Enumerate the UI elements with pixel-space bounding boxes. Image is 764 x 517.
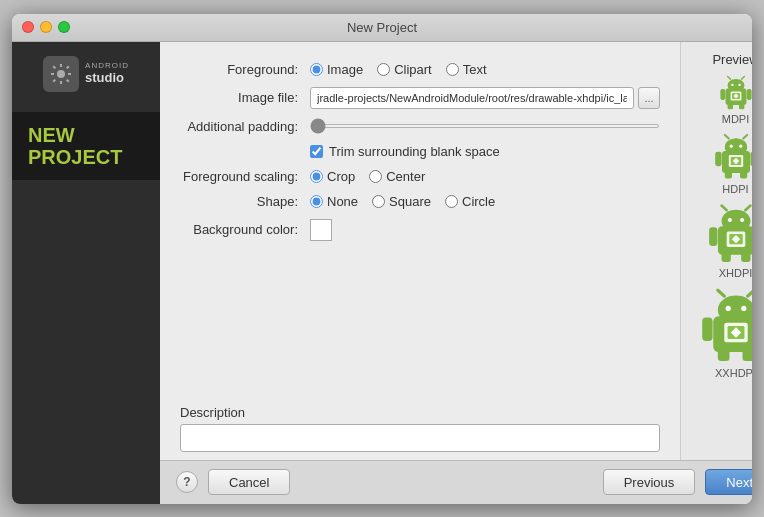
minimize-button[interactable] xyxy=(40,21,52,33)
scaling-crop-option[interactable]: Crop xyxy=(310,169,355,184)
svg-point-6 xyxy=(738,83,740,85)
mdpi-icon xyxy=(718,75,753,111)
scaling-crop-radio[interactable] xyxy=(310,170,323,183)
shape-none-radio[interactable] xyxy=(310,195,323,208)
trim-row: Trim surrounding blank space xyxy=(180,144,660,159)
shape-none-label: None xyxy=(327,194,358,209)
scaling-crop-label: Crop xyxy=(327,169,355,184)
next-button[interactable]: Next xyxy=(705,469,752,495)
description-section: Description xyxy=(160,405,680,460)
svg-point-19 xyxy=(739,144,742,147)
svg-line-17 xyxy=(743,135,747,139)
trim-label: Trim surrounding blank space xyxy=(329,144,500,159)
traffic-lights xyxy=(22,21,70,33)
browse-button[interactable]: ... xyxy=(638,87,660,109)
main-and-preview: Foreground: Image Clipart xyxy=(160,42,752,504)
bottom-left: ? Cancel xyxy=(176,469,290,495)
help-button[interactable]: ? xyxy=(176,471,198,493)
hdpi-label: HDPI xyxy=(722,183,748,195)
main-window: New Project ANDROID studio NEW xyxy=(12,14,752,504)
shape-none-option[interactable]: None xyxy=(310,194,358,209)
foreground-label: Foreground: xyxy=(180,62,310,77)
background-color-swatch[interactable] xyxy=(310,219,332,241)
image-file-label: Image file: xyxy=(180,90,310,105)
new-label: NEW xyxy=(28,124,144,146)
svg-rect-33 xyxy=(721,252,730,261)
trim-checkbox[interactable] xyxy=(310,145,323,158)
svg-rect-48 xyxy=(702,317,712,340)
svg-line-43 xyxy=(747,290,752,296)
svg-point-41 xyxy=(717,295,752,324)
padding-slider[interactable] xyxy=(310,124,660,128)
file-path-input[interactable] xyxy=(310,87,634,109)
background-color-label: Background color: xyxy=(180,222,310,237)
shape-square-radio[interactable] xyxy=(372,195,385,208)
foreground-image-option[interactable]: Image xyxy=(310,62,363,77)
description-label: Description xyxy=(180,405,660,420)
foreground-clipart-radio[interactable] xyxy=(377,63,390,76)
xxhdpi-icon xyxy=(697,287,753,365)
svg-rect-7 xyxy=(727,103,732,108)
svg-rect-46 xyxy=(717,349,729,361)
shape-circle-option[interactable]: Circle xyxy=(445,194,495,209)
content-area: ANDROID studio NEW PROJECT Foreground: xyxy=(12,42,752,504)
preview-hdpi: HDPI xyxy=(712,133,753,195)
file-input-row: ... xyxy=(310,87,660,109)
svg-rect-9 xyxy=(720,89,725,100)
svg-point-28 xyxy=(721,209,750,232)
previous-button[interactable]: Previous xyxy=(603,469,696,495)
foreground-clipart-option[interactable]: Clipart xyxy=(377,62,432,77)
padding-slider-container xyxy=(310,124,660,128)
shape-label: Shape: xyxy=(180,194,310,209)
foreground-text-radio[interactable] xyxy=(446,63,459,76)
svg-rect-8 xyxy=(739,103,744,108)
project-label: PROJECT xyxy=(28,146,144,168)
form-and-preview: Foreground: Image Clipart xyxy=(160,42,752,460)
foreground-image-radio[interactable] xyxy=(310,63,323,76)
foreground-scaling-row: Foreground scaling: Crop Center xyxy=(180,169,660,184)
svg-point-2 xyxy=(727,78,744,91)
bottom-right: Previous Next xyxy=(603,469,752,495)
cancel-button[interactable]: Cancel xyxy=(208,469,290,495)
title-bar: New Project xyxy=(12,14,752,42)
preview-mdpi: MDPI xyxy=(718,75,753,125)
svg-point-15 xyxy=(724,138,746,156)
svg-rect-47 xyxy=(742,349,752,361)
svg-point-5 xyxy=(731,83,733,85)
shape-radio-group: None Square Circle xyxy=(310,194,495,209)
foreground-text-label: Text xyxy=(463,62,487,77)
logo-text: ANDROID studio xyxy=(85,62,129,85)
foreground-text-option[interactable]: Text xyxy=(446,62,487,77)
maximize-button[interactable] xyxy=(58,21,70,33)
svg-rect-35 xyxy=(709,227,717,246)
foreground-radio-group: Image Clipart Text xyxy=(310,62,487,77)
shape-circle-radio[interactable] xyxy=(445,195,458,208)
svg-point-44 xyxy=(725,305,730,310)
shape-square-option[interactable]: Square xyxy=(372,194,431,209)
logo-icon xyxy=(43,56,79,92)
scaling-center-option[interactable]: Center xyxy=(369,169,425,184)
scaling-center-radio[interactable] xyxy=(369,170,382,183)
svg-rect-20 xyxy=(724,171,731,178)
additional-padding-label: Additional padding: xyxy=(180,119,310,134)
svg-line-3 xyxy=(727,76,730,79)
svg-point-31 xyxy=(727,217,731,221)
form-area: Foreground: Image Clipart xyxy=(160,42,680,405)
additional-padding-row: Additional padding: xyxy=(180,119,660,134)
trim-checkbox-item[interactable]: Trim surrounding blank space xyxy=(310,144,500,159)
bottom-bar: ? Cancel Previous Next xyxy=(160,460,752,504)
svg-line-16 xyxy=(724,135,728,139)
shape-circle-label: Circle xyxy=(462,194,495,209)
svg-line-42 xyxy=(717,290,724,296)
preview-title: Preview xyxy=(712,52,752,67)
svg-rect-21 xyxy=(740,171,747,178)
sidebar: ANDROID studio NEW PROJECT xyxy=(12,42,160,504)
window-title: New Project xyxy=(347,20,417,35)
preview-panel: Preview xyxy=(680,42,752,460)
shape-row: Shape: None Square xyxy=(180,194,660,209)
svg-rect-10 xyxy=(746,89,751,100)
svg-rect-22 xyxy=(715,151,721,165)
foreground-image-label: Image xyxy=(327,62,363,77)
close-button[interactable] xyxy=(22,21,34,33)
description-input[interactable] xyxy=(180,424,660,452)
